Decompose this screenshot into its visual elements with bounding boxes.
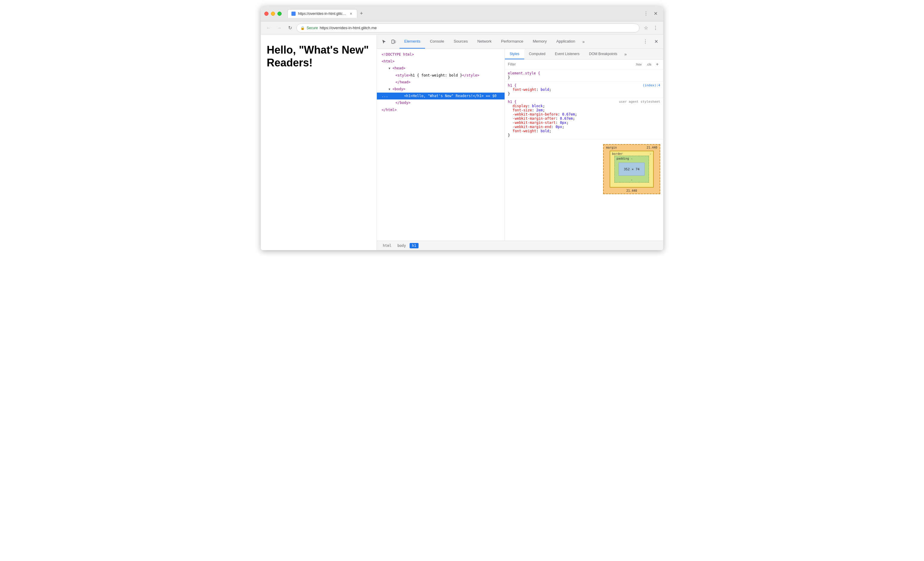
- devtools-tabs: Elements Console Sources Network Perform…: [399, 34, 587, 48]
- dom-breadcrumb: html body h1: [377, 241, 663, 250]
- css-close-h1: }: [508, 92, 660, 96]
- breadcrumb-body[interactable]: body: [395, 243, 408, 248]
- breadcrumb-h1[interactable]: h1: [410, 243, 418, 248]
- tab-console[interactable]: Console: [425, 34, 449, 48]
- tab-bar: https://overrides-in-html.glitc… × +: [288, 9, 639, 18]
- new-tab-button[interactable]: +: [357, 9, 366, 18]
- inspect-element-button[interactable]: [379, 37, 389, 46]
- ellipsis: ...: [382, 94, 388, 98]
- eq-sign: ==: [486, 94, 492, 98]
- main-area: Hello, "What's New" Readers!: [261, 34, 663, 250]
- margin-top-value: 21.440: [646, 146, 657, 149]
- styles-tab-event-listeners[interactable]: Event Listeners: [550, 49, 584, 59]
- css-rule-h1-ua: h1 { user agent stylesheet display: bloc…: [505, 98, 663, 140]
- border-value: -: [650, 152, 651, 155]
- border-label: border: [612, 152, 623, 155]
- dom-line-head-close[interactable]: </head>: [377, 79, 505, 86]
- css-prop-margin-before[interactable]: -webkit-margin-before: 0.67em;: [508, 112, 660, 116]
- heading-line1: Hello, "What's New": [267, 44, 369, 56]
- maximize-traffic-light[interactable]: [278, 12, 282, 16]
- settings-button[interactable]: ⋮: [642, 9, 650, 18]
- url-text: https://overrides-in-html.glitch.me: [320, 26, 376, 30]
- styles-panel: Styles Computed Event Listeners DOM Brea…: [505, 49, 663, 241]
- reload-button[interactable]: ↻: [286, 24, 294, 32]
- breadcrumb-html[interactable]: html: [380, 243, 394, 248]
- svg-rect-0: [392, 40, 394, 44]
- bookmark-button[interactable]: ☆: [642, 24, 650, 32]
- filter-bar: :hov .cls +: [505, 60, 663, 69]
- cls-button[interactable]: .cls: [645, 62, 653, 67]
- dom-line-doctype[interactable]: <!DOCTYPE html>: [377, 51, 505, 58]
- devtools-toolbar: Elements Console Sources Network Perform…: [377, 34, 663, 49]
- close-traffic-light[interactable]: [264, 12, 268, 16]
- minimize-traffic-light[interactable]: [271, 12, 275, 16]
- devtools-menu: ⋮ ✕: [640, 37, 661, 46]
- tab-favicon: [291, 12, 296, 16]
- css-prop-margin-end[interactable]: -webkit-margin-end: 0px;: [508, 125, 660, 129]
- svg-rect-1: [394, 41, 396, 43]
- padding-bottom-value: -: [631, 178, 633, 182]
- css-property-font-weight[interactable]: font-weight: bold;: [508, 87, 660, 92]
- hov-button[interactable]: :hov: [634, 62, 644, 67]
- css-prop-font-size[interactable]: font-size: 2em;: [508, 108, 660, 112]
- filter-input[interactable]: [508, 62, 632, 66]
- window-close-button[interactable]: ✕: [651, 9, 660, 18]
- dom-line-body-close[interactable]: </body>: [377, 99, 505, 106]
- css-rule-h1-custom: h1 { (index):4 font-weight: bold; }: [505, 82, 663, 98]
- dom-line-body[interactable]: ▼ <body>: [377, 86, 505, 93]
- styles-tab-overflow[interactable]: »: [622, 49, 629, 59]
- styles-tab-styles[interactable]: Styles: [505, 49, 524, 59]
- css-selector-element-style[interactable]: element.style {: [508, 71, 660, 75]
- tab-memory[interactable]: Memory: [528, 34, 552, 48]
- devtools-settings-button[interactable]: ⋮: [640, 37, 650, 46]
- forward-button[interactable]: →: [275, 24, 284, 32]
- css-selector-h1-ua[interactable]: h1 { user agent stylesheet: [508, 100, 660, 104]
- styles-tab-computed[interactable]: Computed: [524, 49, 550, 59]
- border-box: border - padding - - 3: [610, 151, 654, 188]
- css-prop-display[interactable]: display: block;: [508, 104, 660, 108]
- add-style-button[interactable]: +: [654, 62, 660, 67]
- device-toggle-button[interactable]: [389, 37, 398, 46]
- heading-line2: Readers!: [267, 57, 313, 69]
- tab-sources[interactable]: Sources: [449, 34, 473, 48]
- secure-label: Secure: [307, 26, 318, 30]
- style-tag-close: </style>: [462, 73, 479, 77]
- body-close-tag: </body>: [395, 100, 411, 105]
- css-close-element-style: }: [508, 75, 660, 80]
- css-selector-h1[interactable]: h1 { (index):4: [508, 83, 660, 87]
- dom-line-style[interactable]: <style>h1 { font-weight: bold }</style>: [377, 72, 505, 79]
- tab-overflow-button[interactable]: »: [580, 34, 587, 48]
- window-controls: ⋮ ✕: [642, 9, 660, 18]
- tab-close-button[interactable]: ×: [349, 11, 353, 16]
- back-button[interactable]: ←: [264, 24, 273, 32]
- styles-tabs: Styles Computed Event Listeners DOM Brea…: [505, 49, 663, 60]
- tab-performance[interactable]: Performance: [496, 34, 528, 48]
- html-close-tag: </html>: [382, 108, 397, 112]
- more-button[interactable]: ⋮: [651, 24, 660, 32]
- head-tag: <head>: [393, 66, 405, 70]
- tab-application[interactable]: Application: [552, 34, 580, 48]
- head-triangle: ▼: [388, 67, 390, 70]
- body-triangle: ▼: [388, 87, 390, 91]
- css-prop-margin-start[interactable]: -webkit-margin-start: 0px;: [508, 121, 660, 125]
- dom-line-h1[interactable]: ... <h1>Hello, "What's New" Readers!</h1…: [377, 93, 505, 99]
- address-field[interactable]: 🔒 Secure https://overrides-in-html.glitc…: [297, 24, 639, 33]
- devtools-panel: Elements Console Sources Network Perform…: [377, 34, 663, 250]
- dom-line-head[interactable]: ▼ <head>: [377, 65, 505, 72]
- tab-elements[interactable]: Elements: [399, 34, 425, 48]
- page-heading: Hello, "What's New" Readers!: [267, 44, 370, 69]
- dom-line-html[interactable]: <html>: [377, 58, 505, 65]
- dom-line-html-close[interactable]: </html>: [377, 106, 505, 114]
- title-bar: https://overrides-in-html.glitc… × + ⋮ ✕: [261, 6, 663, 21]
- padding-label: padding -: [616, 157, 633, 160]
- tab-network[interactable]: Network: [473, 34, 496, 48]
- css-prop-margin-after[interactable]: -webkit-margin-after: 0.67em;: [508, 116, 660, 121]
- css-source-index[interactable]: (index):4: [642, 83, 660, 87]
- style-tag-open: <style>: [395, 73, 411, 77]
- styles-tab-dom-breakpoints[interactable]: DOM Breakpoints: [584, 49, 622, 59]
- browser-tab[interactable]: https://overrides-in-html.glitc… ×: [288, 9, 357, 18]
- css-close-h1-ua: }: [508, 133, 660, 137]
- css-prop-font-weight-ua[interactable]: font-weight: bold;: [508, 129, 660, 133]
- css-rule-element-style: element.style { }: [505, 69, 663, 82]
- devtools-close-button[interactable]: ✕: [651, 37, 661, 46]
